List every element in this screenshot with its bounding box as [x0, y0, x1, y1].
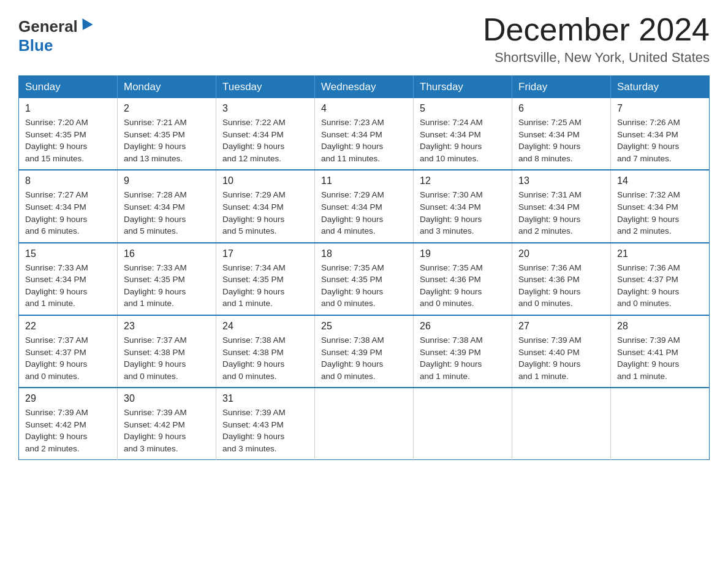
- daylight-minutes: and 2 minutes.: [617, 226, 672, 236]
- day-info: Sunrise: 7:35 AMSunset: 4:35 PMDaylight:…: [321, 262, 407, 310]
- daylight-info: Daylight: 9 hours: [617, 215, 679, 224]
- sunset-info: Sunset: 4:36 PM: [420, 275, 481, 284]
- daylight-info: Daylight: 9 hours: [222, 287, 284, 296]
- sunrise-info: Sunrise: 7:39 AM: [518, 335, 582, 345]
- sunset-info: Sunset: 4:35 PM: [25, 130, 86, 139]
- calendar-cell: 30Sunrise: 7:39 AMSunset: 4:42 PMDayligh…: [118, 388, 216, 460]
- sunset-info: Sunset: 4:34 PM: [321, 130, 382, 139]
- daylight-minutes: and 13 minutes.: [124, 154, 183, 163]
- calendar-cell: 20Sunrise: 7:36 AMSunset: 4:36 PMDayligh…: [512, 243, 611, 315]
- calendar-body: 1Sunrise: 7:20 AMSunset: 4:35 PMDaylight…: [19, 98, 710, 460]
- sunset-info: Sunset: 4:34 PM: [25, 202, 86, 212]
- sunset-info: Sunset: 4:34 PM: [420, 130, 481, 139]
- sunrise-info: Sunrise: 7:35 AM: [420, 263, 483, 272]
- calendar-cell: 17Sunrise: 7:34 AMSunset: 4:35 PMDayligh…: [216, 243, 315, 315]
- calendar-cell: 18Sunrise: 7:35 AMSunset: 4:35 PMDayligh…: [315, 243, 414, 315]
- month-title: December 2024: [483, 12, 710, 47]
- day-info: Sunrise: 7:39 AMSunset: 4:42 PMDaylight:…: [25, 407, 111, 454]
- calendar-cell: 28Sunrise: 7:39 AMSunset: 4:41 PMDayligh…: [611, 315, 710, 388]
- daylight-info: Daylight: 9 hours: [518, 142, 580, 151]
- calendar-cell: 5Sunrise: 7:24 AMSunset: 4:34 PMDaylight…: [414, 98, 512, 170]
- day-info: Sunrise: 7:31 AMSunset: 4:34 PMDaylight:…: [518, 189, 604, 237]
- day-number: 10: [222, 175, 308, 186]
- day-info: Sunrise: 7:39 AMSunset: 4:41 PMDaylight:…: [617, 334, 703, 382]
- daylight-minutes: and 10 minutes.: [420, 154, 479, 163]
- day-info: Sunrise: 7:21 AMSunset: 4:35 PMDaylight:…: [124, 117, 210, 164]
- sunset-info: Sunset: 4:42 PM: [25, 420, 86, 429]
- sunrise-info: Sunrise: 7:36 AM: [617, 263, 680, 272]
- week-row-4: 22Sunrise: 7:37 AMSunset: 4:37 PMDayligh…: [19, 315, 710, 388]
- day-number: 1: [25, 103, 111, 114]
- daylight-info: Daylight: 9 hours: [420, 359, 482, 369]
- sunset-info: Sunset: 4:34 PM: [124, 202, 185, 212]
- day-number: 28: [617, 321, 703, 332]
- calendar-cell: 4Sunrise: 7:23 AMSunset: 4:34 PMDaylight…: [315, 98, 414, 170]
- calendar-cell: 13Sunrise: 7:31 AMSunset: 4:34 PMDayligh…: [512, 170, 611, 242]
- calendar-cell: 12Sunrise: 7:30 AMSunset: 4:34 PMDayligh…: [414, 170, 512, 242]
- calendar-cell: [611, 388, 710, 460]
- daylight-minutes: and 0 minutes.: [321, 372, 376, 381]
- calendar-cell: 15Sunrise: 7:33 AMSunset: 4:34 PMDayligh…: [19, 243, 118, 315]
- daylight-minutes: and 6 minutes.: [25, 226, 80, 236]
- calendar-cell: 8Sunrise: 7:27 AMSunset: 4:34 PMDaylight…: [19, 170, 118, 242]
- sunrise-info: Sunrise: 7:31 AM: [518, 190, 582, 199]
- calendar-cell: 11Sunrise: 7:29 AMSunset: 4:34 PMDayligh…: [315, 170, 414, 242]
- sunset-info: Sunset: 4:34 PM: [321, 202, 382, 212]
- day-number: 7: [617, 103, 703, 114]
- day-info: Sunrise: 7:26 AMSunset: 4:34 PMDaylight:…: [617, 117, 703, 164]
- daylight-info: Daylight: 9 hours: [321, 215, 383, 224]
- daylight-info: Daylight: 9 hours: [617, 359, 679, 369]
- day-info: Sunrise: 7:29 AMSunset: 4:34 PMDaylight:…: [321, 189, 407, 237]
- day-number: 2: [124, 103, 210, 114]
- sunrise-info: Sunrise: 7:21 AM: [124, 118, 187, 127]
- calendar-cell: [315, 388, 414, 460]
- day-info: Sunrise: 7:36 AMSunset: 4:37 PMDaylight:…: [617, 262, 703, 310]
- header-friday: Friday: [512, 76, 611, 99]
- daylight-minutes: and 0 minutes.: [518, 299, 573, 308]
- day-info: Sunrise: 7:38 AMSunset: 4:38 PMDaylight:…: [222, 334, 308, 382]
- calendar-cell: 2Sunrise: 7:21 AMSunset: 4:35 PMDaylight…: [118, 98, 216, 170]
- calendar-cell: 26Sunrise: 7:38 AMSunset: 4:39 PMDayligh…: [414, 315, 512, 388]
- sunrise-info: Sunrise: 7:23 AM: [321, 118, 384, 127]
- day-number: 5: [420, 103, 506, 114]
- day-info: Sunrise: 7:36 AMSunset: 4:36 PMDaylight:…: [518, 262, 604, 310]
- daylight-minutes: and 1 minute.: [518, 372, 569, 381]
- day-number: 27: [518, 321, 604, 332]
- daylight-info: Daylight: 9 hours: [518, 287, 580, 296]
- day-info: Sunrise: 7:39 AMSunset: 4:43 PMDaylight:…: [222, 407, 308, 454]
- sunrise-info: Sunrise: 7:26 AM: [617, 118, 680, 127]
- header-monday: Monday: [118, 76, 216, 99]
- daylight-info: Daylight: 9 hours: [25, 287, 87, 296]
- sunset-info: Sunset: 4:34 PM: [25, 275, 86, 284]
- calendar-cell: 14Sunrise: 7:32 AMSunset: 4:34 PMDayligh…: [611, 170, 710, 242]
- calendar-cell: 25Sunrise: 7:38 AMSunset: 4:39 PMDayligh…: [315, 315, 414, 388]
- sunset-info: Sunset: 4:35 PM: [222, 275, 284, 284]
- sunrise-info: Sunrise: 7:20 AM: [25, 118, 88, 127]
- day-number: 12: [420, 175, 506, 186]
- sunrise-info: Sunrise: 7:35 AM: [321, 263, 384, 272]
- sunset-info: Sunset: 4:35 PM: [321, 275, 382, 284]
- day-info: Sunrise: 7:33 AMSunset: 4:34 PMDaylight:…: [25, 262, 111, 310]
- day-number: 26: [420, 321, 506, 332]
- daylight-info: Daylight: 9 hours: [321, 142, 383, 151]
- daylight-minutes: and 12 minutes.: [222, 154, 281, 163]
- sunset-info: Sunset: 4:34 PM: [518, 202, 580, 212]
- day-number: 23: [124, 321, 210, 332]
- calendar-cell: 7Sunrise: 7:26 AMSunset: 4:34 PMDaylight…: [611, 98, 710, 170]
- daylight-info: Daylight: 9 hours: [222, 432, 284, 441]
- day-info: Sunrise: 7:33 AMSunset: 4:35 PMDaylight:…: [124, 262, 210, 310]
- day-info: Sunrise: 7:38 AMSunset: 4:39 PMDaylight:…: [420, 334, 506, 382]
- daylight-info: Daylight: 9 hours: [124, 142, 186, 151]
- daylight-minutes: and 1 minute.: [124, 299, 174, 308]
- sunset-info: Sunset: 4:34 PM: [222, 202, 284, 212]
- daylight-minutes: and 3 minutes.: [420, 226, 474, 236]
- header-thursday: Thursday: [414, 76, 512, 99]
- day-number: 11: [321, 175, 407, 186]
- calendar-cell: 9Sunrise: 7:28 AMSunset: 4:34 PMDaylight…: [118, 170, 216, 242]
- daylight-minutes: and 0 minutes.: [222, 372, 277, 381]
- sunrise-info: Sunrise: 7:24 AM: [420, 118, 483, 127]
- sunset-info: Sunset: 4:35 PM: [124, 130, 185, 139]
- sunset-info: Sunset: 4:40 PM: [518, 348, 580, 357]
- day-number: 8: [25, 175, 111, 186]
- sunrise-info: Sunrise: 7:28 AM: [124, 190, 187, 199]
